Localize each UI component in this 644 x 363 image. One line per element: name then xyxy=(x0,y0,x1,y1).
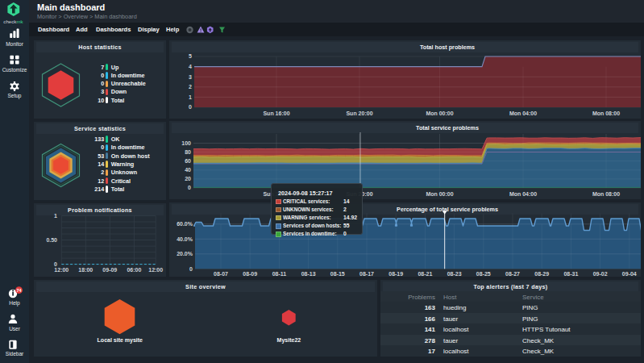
svg-text:08-09: 08-09 xyxy=(243,271,257,277)
svg-text:08-29: 08-29 xyxy=(534,271,549,277)
svg-text:4: 4 xyxy=(189,64,192,69)
svg-text:08-13: 08-13 xyxy=(301,271,316,277)
svg-text:2: 2 xyxy=(189,84,192,90)
svg-text:74: 74 xyxy=(17,288,22,293)
svg-text:80: 80 xyxy=(185,149,191,155)
svg-text:0: 0 xyxy=(188,185,191,190)
svg-text:08-27: 08-27 xyxy=(505,271,520,277)
svg-text:09-09: 09-09 xyxy=(102,267,117,273)
svg-text:08-21: 08-21 xyxy=(418,271,432,277)
svg-text:0: 0 xyxy=(189,104,192,110)
svg-text:0: 0 xyxy=(54,261,57,267)
svg-text:08-15: 08-15 xyxy=(330,271,345,277)
svg-text:Local site mysite: Local site mysite xyxy=(98,337,143,344)
svg-text:3: 3 xyxy=(189,74,192,80)
svg-text:08-17: 08-17 xyxy=(359,271,374,277)
svg-text:Mon 00:00: Mon 00:00 xyxy=(426,111,453,116)
svg-text:Mon 00:00: Mon 00:00 xyxy=(426,191,453,197)
svg-text:Mon 04:00: Mon 04:00 xyxy=(509,191,537,197)
svg-text:18:00: 18:00 xyxy=(78,267,93,273)
svg-text:08-11: 08-11 xyxy=(272,271,287,277)
svg-text:100: 100 xyxy=(181,140,191,146)
svg-text:60.0%: 60.0% xyxy=(177,221,193,227)
svg-text:08-31: 08-31 xyxy=(563,271,578,277)
svg-text:0.50: 0.50 xyxy=(46,237,57,243)
svg-text:0: 0 xyxy=(189,266,193,272)
svg-text:09-04: 09-04 xyxy=(622,271,637,277)
svg-text:5: 5 xyxy=(189,53,192,59)
svg-text:40.0%: 40.0% xyxy=(177,236,193,242)
svg-text:08-23: 08-23 xyxy=(447,271,462,277)
svg-text:60: 60 xyxy=(185,158,191,164)
svg-text:12:00: 12:00 xyxy=(54,267,69,273)
svg-text:20.0%: 20.0% xyxy=(177,251,193,257)
svg-text:Sun 20:00: Sun 20:00 xyxy=(346,111,372,116)
svg-text:08-07: 08-07 xyxy=(214,271,228,277)
svg-text:12:00: 12:00 xyxy=(148,267,163,273)
svg-text:20: 20 xyxy=(185,176,191,182)
svg-text:40: 40 xyxy=(185,167,191,173)
svg-text:Mon 04:00: Mon 04:00 xyxy=(509,111,537,116)
svg-text:Sun 16:00: Sun 16:00 xyxy=(263,111,289,116)
svg-text:08-25: 08-25 xyxy=(476,271,491,277)
svg-text:08-19: 08-19 xyxy=(388,271,403,277)
svg-text:Mon 08:00: Mon 08:00 xyxy=(592,191,620,197)
svg-text:1: 1 xyxy=(54,213,57,219)
svg-text:09-02: 09-02 xyxy=(593,271,608,277)
svg-text:06:00: 06:00 xyxy=(127,267,141,273)
svg-text:1: 1 xyxy=(189,94,192,100)
svg-text:Mysite22: Mysite22 xyxy=(277,337,301,344)
svg-text:Mon 08:00: Mon 08:00 xyxy=(592,111,620,116)
